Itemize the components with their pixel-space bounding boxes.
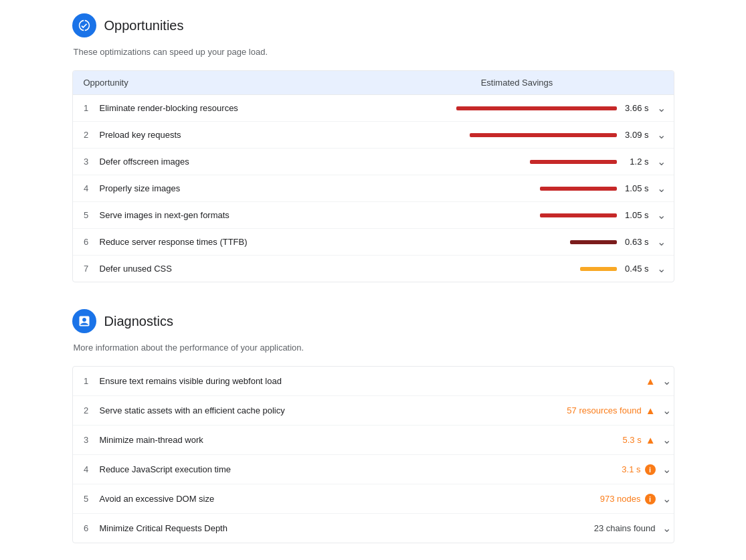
chevron-down-icon[interactable]: ⌄ — [654, 155, 668, 168]
diag-row-label: Reduce JavaScript execution time — [100, 464, 622, 474]
row-savings: 3.09 s ⌄ — [361, 128, 674, 141]
opportunities-table-header: Opportunity Estimated Savings — [73, 71, 674, 95]
opportunities-table: Opportunity Estimated Savings 1 Eliminat… — [72, 70, 674, 282]
opportunities-description: These optimizations can speed up your pa… — [74, 47, 674, 57]
savings-bar — [470, 133, 617, 137]
bar-container — [361, 240, 617, 244]
savings-value: 0.63 s — [622, 237, 649, 247]
savings-value: 0.45 s — [622, 264, 649, 274]
info-icon: i — [645, 494, 656, 504]
opportunities-icon — [72, 13, 96, 37]
row-number: 6 — [73, 237, 100, 247]
row-number: 5 — [73, 210, 100, 220]
diag-row-label: Minimize main-thread work — [100, 435, 623, 445]
row-number: 3 — [73, 435, 100, 445]
bar-container — [361, 213, 617, 217]
diag-table-row: 4 Reduce JavaScript execution time 3.1 s… — [73, 455, 674, 484]
diag-value-text: 57 resources found — [567, 405, 641, 415]
diag-table-row: 2 Serve static assets with an efficient … — [73, 396, 674, 426]
diag-row-value: ▲ ⌄ — [646, 375, 674, 387]
chevron-down-icon[interactable]: ⌄ — [660, 434, 674, 446]
row-number: 1 — [73, 376, 100, 386]
row-label: Eliminate render-blocking resources — [100, 103, 361, 113]
chevron-down-icon[interactable]: ⌄ — [660, 522, 674, 535]
chevron-down-icon[interactable]: ⌄ — [654, 262, 668, 275]
bar-container — [361, 187, 617, 191]
warning-icon: ▲ — [646, 375, 656, 387]
opportunity-col-header: Opportunity — [73, 71, 361, 94]
row-number: 7 — [73, 264, 100, 274]
bar-container — [361, 133, 617, 137]
savings-value: 1.05 s — [622, 210, 649, 220]
row-number: 2 — [73, 405, 100, 415]
warning-icon: ▲ — [646, 434, 656, 446]
diag-row-value: 23 chains found ⌄ — [594, 522, 674, 535]
diag-row-value: 57 resources found ▲ ⌄ — [567, 404, 673, 417]
row-savings: 1.05 s ⌄ — [361, 209, 674, 221]
chevron-down-icon[interactable]: ⌄ — [660, 492, 674, 505]
chevron-down-icon[interactable]: ⌄ — [654, 182, 668, 195]
savings-bar — [580, 267, 617, 271]
diagnostics-title: Diagnostics — [104, 314, 173, 329]
row-savings: 0.45 s ⌄ — [361, 262, 674, 275]
diagnostics-header: Diagnostics — [72, 309, 674, 333]
chevron-down-icon[interactable]: ⌄ — [660, 463, 674, 476]
opportunities-header: Opportunities — [72, 13, 674, 37]
chevron-down-icon[interactable]: ⌄ — [654, 236, 668, 248]
savings-bar — [530, 160, 617, 164]
savings-col-header: Estimated Savings — [361, 71, 674, 94]
table-row: 3 Defer offscreen images 1.2 s ⌄ — [73, 149, 674, 175]
diagnostics-table: 1 Ensure text remains visible during web… — [72, 366, 674, 543]
diag-row-value: 973 nodes i ⌄ — [600, 492, 674, 505]
row-number: 5 — [73, 494, 100, 504]
savings-bar — [540, 187, 617, 191]
diag-row-value: 5.3 s ▲ ⌄ — [622, 434, 673, 446]
table-row: 2 Preload key requests 3.09 s ⌄ — [73, 122, 674, 149]
row-label: Reduce server response times (TTFB) — [100, 237, 361, 247]
row-label: Defer unused CSS — [100, 264, 361, 274]
info-icon: i — [645, 464, 656, 475]
row-number: 6 — [73, 523, 100, 533]
diagnostics-icon — [72, 309, 96, 333]
chevron-down-icon[interactable]: ⌄ — [654, 102, 668, 114]
table-row: 4 Properly size images 1.05 s ⌄ — [73, 175, 674, 202]
row-number: 4 — [73, 183, 100, 193]
chevron-down-icon[interactable]: ⌄ — [654, 209, 668, 221]
chevron-down-icon[interactable]: ⌄ — [660, 375, 674, 387]
row-savings: 1.05 s ⌄ — [361, 182, 674, 195]
row-number: 2 — [73, 130, 100, 140]
diag-value-text: 3.1 s — [622, 464, 640, 474]
table-row: 6 Reduce server response times (TTFB) 0.… — [73, 229, 674, 256]
diag-row-value: 3.1 s i ⌄ — [622, 463, 673, 476]
diag-value-text: 973 nodes — [600, 494, 641, 504]
chevron-down-icon[interactable]: ⌄ — [660, 404, 674, 417]
diag-table-row: 3 Minimize main-thread work 5.3 s ▲ ⌄ — [73, 426, 674, 455]
row-number: 4 — [73, 464, 100, 474]
diagnostics-description: More information about the performance o… — [74, 343, 674, 353]
opportunities-title: Opportunities — [104, 18, 184, 33]
savings-bar — [456, 106, 617, 110]
table-row: 1 Eliminate render-blocking resources 3.… — [73, 95, 674, 122]
row-label: Preload key requests — [100, 130, 361, 140]
row-label: Defer offscreen images — [100, 157, 361, 167]
diag-row-label: Avoid an excessive DOM size — [100, 494, 600, 504]
savings-value: 3.09 s — [622, 130, 649, 140]
row-number: 3 — [73, 157, 100, 167]
diag-value-text: 5.3 s — [622, 435, 641, 445]
row-savings: 1.2 s ⌄ — [361, 155, 674, 168]
diag-table-row: 1 Ensure text remains visible during web… — [73, 367, 674, 396]
diag-table-row: 5 Avoid an excessive DOM size 973 nodes … — [73, 484, 674, 514]
bar-container — [361, 160, 617, 164]
savings-value: 1.2 s — [622, 157, 649, 167]
savings-value: 1.05 s — [622, 183, 649, 193]
bar-container — [361, 267, 617, 271]
warning-icon: ▲ — [646, 405, 656, 416]
diag-table-row: 6 Minimize Critical Requests Depth 23 ch… — [73, 514, 674, 543]
diag-row-label: Serve static assets with an efficient ca… — [100, 405, 567, 415]
table-row: 5 Serve images in next-gen formats 1.05 … — [73, 202, 674, 229]
row-savings: 0.63 s ⌄ — [361, 236, 674, 248]
chevron-down-icon[interactable]: ⌄ — [654, 128, 668, 141]
row-savings: 3.66 s ⌄ — [361, 102, 674, 114]
diag-row-label: Ensure text remains visible during webfo… — [100, 376, 646, 386]
row-number: 1 — [73, 103, 100, 113]
